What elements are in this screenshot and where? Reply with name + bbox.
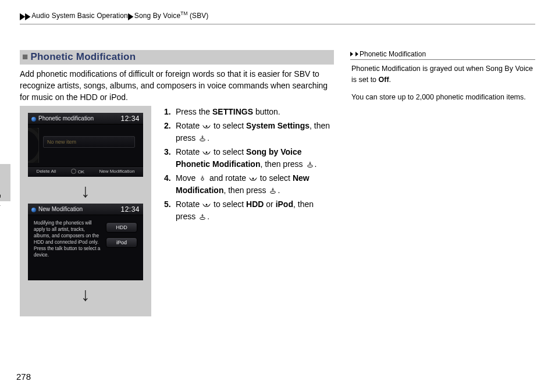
sidebar-note-1: Phonetic Modification is grayed out when… — [351, 63, 534, 85]
square-bullet-icon: ■ — [22, 51, 28, 62]
breadcrumb: ▶▶Audio System Basic Operation▶Song By V… — [20, 10, 535, 24]
disc-icon — [28, 128, 39, 163]
screenshot-column: Phonetic modification 12:34 No new item … — [20, 106, 151, 316]
rotate-dial-icon — [249, 175, 257, 182]
rotate-dial-icon — [202, 123, 211, 130]
screen1-foot-ok: OK — [71, 169, 85, 174]
margin-tab: Features — [0, 164, 10, 201]
step-text: to select — [211, 199, 246, 209]
step-text: Press the — [176, 107, 212, 116]
step-text: to select — [211, 147, 246, 156]
step-text: . — [315, 159, 317, 169]
step-strong: System Settings — [246, 121, 309, 130]
step-text: Rotate — [176, 199, 202, 209]
sidebar-heading: Phonetic Modification — [350, 50, 535, 60]
down-arrow-icon: ↓ — [81, 181, 90, 200]
step-text: , then press — [260, 159, 305, 169]
breadcrumb-seg-2-post: (SBV) — [188, 12, 209, 20]
sidebar-text: . — [389, 76, 391, 84]
press-dial-icon — [198, 213, 207, 220]
svg-point-5 — [252, 177, 254, 179]
svg-point-0 — [206, 125, 208, 127]
screen1-clock: 12:34 — [120, 115, 140, 123]
breadcrumb-seg-2-pre: Song By Voice — [134, 12, 180, 20]
breadcrumb-sep-icon: ▶ — [128, 11, 133, 22]
step-text: . — [278, 186, 280, 195]
step-strong: iPod — [276, 199, 293, 209]
svg-point-8 — [200, 217, 205, 219]
chevron-right-icon — [355, 52, 358, 56]
chevron-right-icon — [350, 52, 353, 56]
status-dot-icon — [31, 117, 36, 122]
step-text: and rotate — [207, 173, 248, 183]
step-2: 2.Rotate to select System Settings, then… — [164, 120, 334, 144]
breadcrumb-seg-1: Audio System Basic Operation — [31, 12, 128, 20]
svg-point-4 — [201, 178, 204, 180]
steps-list: 1.Press the SETTINGS button. 2.Rotate to… — [162, 106, 334, 316]
screen2-hdd-button: HDD — [106, 222, 137, 233]
device-screen-1: Phonetic modification 12:34 No new item … — [28, 113, 143, 177]
press-dial-icon — [306, 161, 314, 168]
step-text: button. — [253, 107, 280, 116]
down-arrow-icon: ↓ — [81, 285, 90, 304]
screen1-foot-left: Delete All — [37, 169, 56, 174]
section-intro: Add phonetic modifications of difficult … — [20, 68, 334, 104]
step-strong: HDD — [246, 199, 264, 209]
step-text: . — [207, 133, 209, 142]
rotate-dial-icon — [202, 201, 211, 208]
screen1-list-slot: No new item — [43, 136, 135, 148]
sidebar-strong: Off — [379, 76, 389, 84]
svg-point-1 — [200, 138, 205, 141]
step-text: to select — [211, 121, 246, 130]
screen2-body-text: Modifying the phonetics will apply to al… — [34, 220, 101, 273]
step-text: . — [207, 212, 209, 221]
step-text: Rotate — [176, 121, 202, 130]
step-text: Move — [176, 173, 198, 183]
trademark-symbol: TM — [180, 10, 187, 16]
press-dial-icon — [198, 135, 207, 142]
step-3: 3.Rotate to select Song by Voice Phoneti… — [164, 146, 334, 170]
step-4: 4.Move and rotate to select New Modifica… — [164, 172, 334, 197]
screen1-slot-text: No new item — [47, 139, 76, 145]
status-dot-icon — [31, 208, 36, 212]
margin-tab-label: Features — [0, 194, 1, 219]
move-joystick-icon — [198, 175, 207, 182]
svg-point-7 — [206, 204, 208, 205]
screen1-title: Phonetic modification — [38, 115, 94, 122]
step-1: 1.Press the SETTINGS button. — [164, 106, 334, 118]
breadcrumb-arrows-icon: ▶▶ — [20, 11, 30, 22]
step-text: or — [264, 199, 275, 209]
screen2-ipod-button: iPod — [106, 237, 137, 248]
svg-point-2 — [206, 151, 208, 153]
step-text: to select — [258, 173, 293, 183]
screen2-title: New Modification — [38, 206, 83, 212]
svg-point-3 — [307, 165, 312, 167]
screen2-clock: 12:34 — [120, 205, 140, 213]
step-text: Rotate — [176, 147, 202, 156]
step-strong: SETTINGS — [212, 107, 253, 116]
section-title: Phonetic Modification — [30, 51, 136, 62]
step-text: , then press — [223, 186, 268, 195]
section-heading: ■Phonetic Modification — [20, 50, 334, 65]
page-number: 278 — [16, 372, 31, 382]
screen1-foot-right: New Modification — [99, 169, 134, 174]
rotate-dial-icon — [202, 149, 211, 156]
step-5: 5.Rotate to select HDD or iPod, then pre… — [164, 198, 334, 223]
device-screen-2: New Modification 12:34 Modifying the pho… — [28, 204, 143, 280]
svg-point-6 — [271, 191, 276, 193]
sidebar-note-2: You can store up to 2,000 phonetic modif… — [351, 92, 534, 103]
sidebar-title: Phonetic Modification — [360, 50, 426, 58]
press-dial-icon — [269, 187, 277, 194]
